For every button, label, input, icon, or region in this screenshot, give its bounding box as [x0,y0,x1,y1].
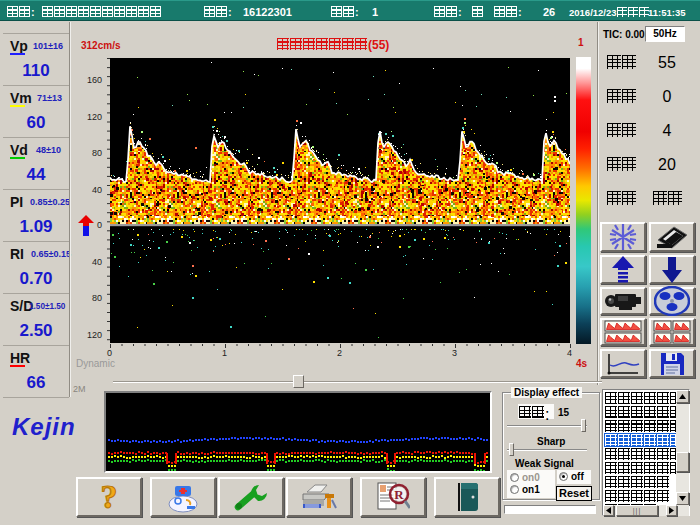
svg-text:?: ? [101,480,118,514]
svg-text:R: R [394,487,404,502]
